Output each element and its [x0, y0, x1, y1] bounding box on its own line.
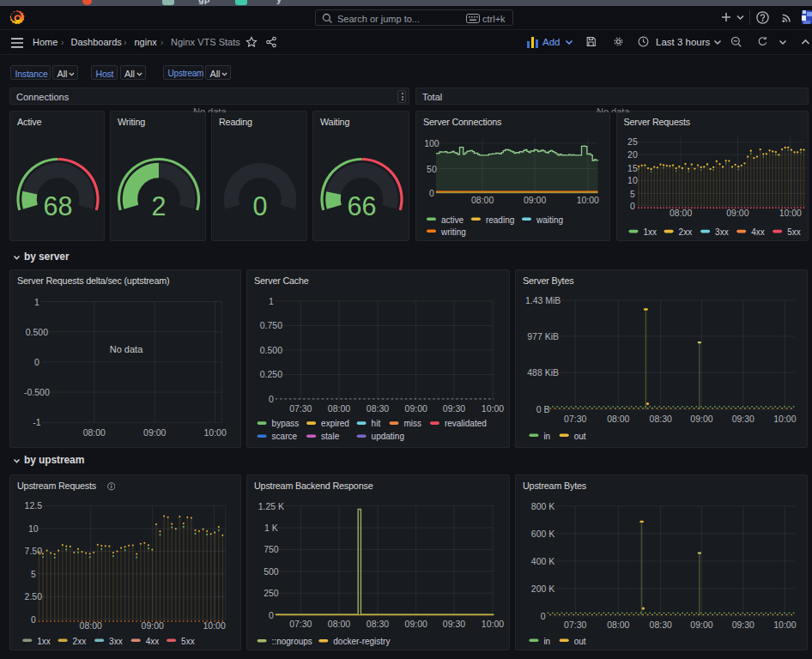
svg-text:08:30: 08:30 — [650, 620, 672, 630]
svg-text:miss: miss — [404, 419, 422, 428]
svg-text:15: 15 — [627, 162, 638, 172]
svg-text:08:00: 08:00 — [83, 427, 106, 438]
svg-text:1xx: 1xx — [643, 227, 657, 236]
svg-text:09:00: 09:00 — [726, 207, 748, 217]
svg-text:0 B: 0 B — [536, 404, 550, 414]
svg-text:stale: stale — [321, 432, 340, 441]
svg-text:0.750: 0.750 — [260, 320, 282, 330]
svg-text:488 KiB: 488 KiB — [527, 367, 559, 378]
svg-text:09:00: 09:00 — [405, 619, 427, 629]
svg-text:active: active — [441, 215, 464, 224]
svg-text:08:00: 08:00 — [607, 414, 629, 424]
svg-text:1: 1 — [269, 296, 274, 306]
svg-text:08:30: 08:30 — [650, 414, 672, 424]
svg-text:5xx: 5xx — [787, 227, 801, 236]
svg-text:08:00: 08:00 — [328, 619, 350, 629]
svg-text:09:00: 09:00 — [524, 194, 546, 204]
svg-text:08:30: 08:30 — [367, 619, 389, 629]
svg-text:10: 10 — [627, 175, 638, 185]
svg-text:scarce: scarce — [272, 432, 298, 441]
svg-text:100: 100 — [424, 137, 439, 148]
svg-text:0.500: 0.500 — [26, 327, 48, 337]
svg-text:1 K: 1 K — [264, 523, 278, 533]
svg-text:600 K: 600 K — [531, 529, 554, 539]
svg-text:10:00: 10:00 — [773, 620, 796, 630]
svg-text:0: 0 — [269, 610, 274, 620]
svg-text:10:00: 10:00 — [773, 414, 796, 424]
svg-text:hit: hit — [372, 419, 381, 428]
svg-text:800 K: 800 K — [531, 501, 554, 511]
svg-text:50: 50 — [427, 163, 437, 173]
svg-text:0: 0 — [541, 611, 546, 621]
svg-text:5: 5 — [31, 569, 36, 579]
svg-text:expired: expired — [321, 419, 349, 428]
svg-text:updating: updating — [372, 432, 404, 441]
svg-text:10:00: 10:00 — [203, 427, 226, 438]
svg-text:200 K: 200 K — [531, 583, 554, 594]
svg-text:08:00: 08:00 — [669, 207, 691, 217]
svg-text:09:00: 09:00 — [143, 427, 166, 438]
svg-text:66: 66 — [348, 191, 377, 221]
svg-text:out: out — [574, 637, 586, 646]
svg-text:0: 0 — [253, 191, 268, 221]
svg-text:0: 0 — [429, 188, 434, 198]
svg-text:07:30: 07:30 — [289, 403, 312, 414]
svg-text:68: 68 — [44, 191, 73, 221]
svg-text:writing: writing — [440, 227, 466, 236]
svg-text:in: in — [543, 637, 550, 646]
svg-text:10:00: 10:00 — [482, 403, 504, 414]
svg-text:07:30: 07:30 — [289, 619, 312, 629]
svg-text:400 K: 400 K — [531, 556, 554, 566]
svg-text:08:00: 08:00 — [80, 620, 102, 631]
svg-text:0: 0 — [34, 357, 39, 367]
svg-text:2xx: 2xx — [73, 637, 87, 646]
svg-text:1.43 MiB: 1.43 MiB — [525, 295, 561, 305]
svg-text:10:00: 10:00 — [577, 194, 599, 204]
svg-text:08:00: 08:00 — [607, 620, 629, 630]
svg-text:4xx: 4xx — [751, 227, 765, 236]
svg-text:0: 0 — [269, 394, 274, 404]
svg-text:10:00: 10:00 — [482, 619, 504, 629]
svg-text:0: 0 — [629, 201, 634, 211]
svg-text:0: 0 — [31, 614, 36, 625]
svg-text:5: 5 — [629, 188, 634, 198]
svg-text:07:30: 07:30 — [564, 414, 586, 424]
svg-text:09:00: 09:00 — [405, 403, 427, 414]
svg-text:3xx: 3xx — [109, 637, 123, 646]
svg-text:09:30: 09:30 — [443, 619, 465, 629]
svg-text:08:30: 08:30 — [367, 403, 389, 414]
svg-text:750: 750 — [264, 544, 279, 554]
svg-text:500: 500 — [264, 566, 279, 577]
svg-text:08:00: 08:00 — [471, 194, 494, 204]
svg-text:09:30: 09:30 — [732, 620, 754, 630]
svg-text:10:00: 10:00 — [779, 207, 801, 217]
svg-text:No data: No data — [110, 344, 143, 354]
svg-text:12.5: 12.5 — [25, 500, 43, 511]
svg-text:09:00: 09:00 — [690, 620, 712, 630]
svg-text:25: 25 — [627, 136, 638, 147]
svg-text:10: 10 — [28, 523, 39, 534]
svg-text:5xx: 5xx — [181, 637, 195, 646]
svg-text:in: in — [543, 432, 550, 441]
svg-text:0.250: 0.250 — [260, 369, 282, 379]
svg-text:08:00: 08:00 — [328, 403, 350, 414]
svg-text:waiting: waiting — [536, 215, 563, 224]
svg-text:1xx: 1xx — [37, 637, 51, 646]
svg-text:2: 2 — [152, 191, 167, 221]
svg-text:-0.500: -0.500 — [24, 387, 50, 397]
svg-text:09:30: 09:30 — [443, 403, 465, 414]
svg-text:4xx: 4xx — [146, 637, 160, 646]
svg-text:977 KiB: 977 KiB — [527, 331, 559, 342]
svg-text:09:00: 09:00 — [690, 414, 712, 424]
svg-text:revalidated: revalidated — [445, 419, 487, 428]
svg-text:1: 1 — [34, 297, 39, 307]
svg-text:bypass: bypass — [272, 419, 300, 428]
svg-text:07:30: 07:30 — [564, 620, 586, 630]
svg-text:::nogroups: ::nogroups — [272, 637, 312, 646]
svg-text:250: 250 — [264, 588, 279, 598]
svg-text:0.500: 0.500 — [260, 345, 282, 355]
svg-text:1.25 K: 1.25 K — [258, 501, 284, 511]
svg-text:reading: reading — [486, 215, 514, 224]
svg-text:09:30: 09:30 — [732, 414, 754, 424]
svg-text:-1: -1 — [33, 417, 40, 427]
